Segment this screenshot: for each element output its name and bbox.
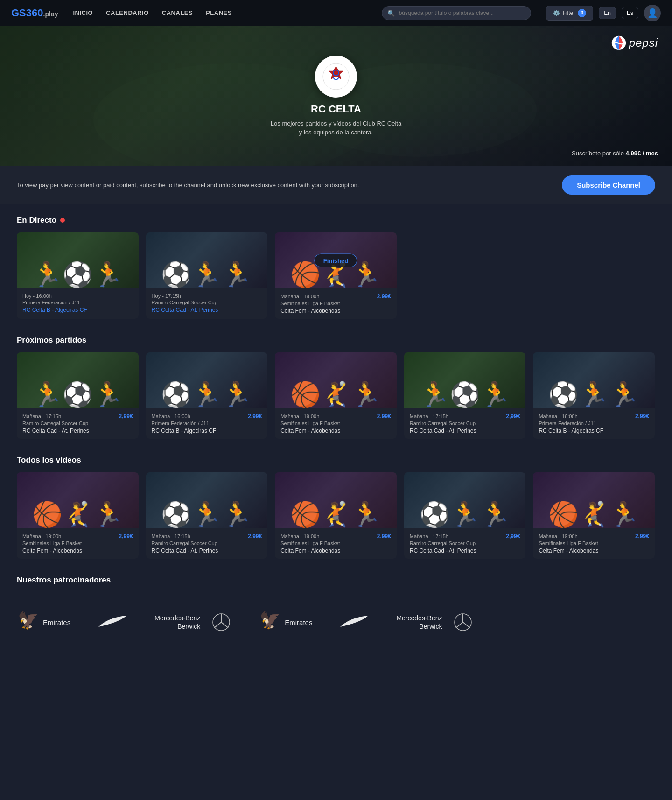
video-card-4-match[interactable]: RC Celta Cad - At. Perines — [410, 547, 520, 554]
pepsi-logo: pepsi — [611, 35, 658, 50]
live-card-1-time: Hoy - 16:00h — [22, 293, 133, 299]
nav-inicio[interactable]: INICIO — [73, 9, 93, 16]
proximos-card-4-match[interactable]: RC Celta Cad - At. Perines — [410, 428, 520, 434]
nav-canales[interactable]: CANALES — [162, 9, 193, 16]
proximos-card-2-match[interactable]: RC Celta B - Algeciras CF — [152, 428, 262, 434]
proximos-cards-row: 🏃⚽🏃 Mañana - 17:15h 2,99€ Ramiro Carrega… — [17, 352, 655, 439]
proximos-card-2[interactable]: ⚽🏃🏃 Mañana - 16:00h 2,99€ Primera Federa… — [146, 352, 268, 439]
proximos-card-2-info: Mañana - 16:00h 2,99€ Primera Federación… — [146, 408, 268, 439]
live-card-3-thumb: 🏀🤾🏃 Finished — [275, 232, 397, 288]
video-card-5[interactable]: 🏀🤾🏃 Mañana - 19:00h 2,99€ Semifinales Li… — [533, 472, 655, 559]
video-card-5-thumb: 🏀🤾🏃 — [533, 472, 655, 528]
sponsors-title-text: Nuestros patrocinadores — [17, 575, 111, 585]
video-card-2[interactable]: ⚽🏃🏃 Mañana - 17:15h 2,99€ Ramiro Carrega… — [146, 472, 268, 559]
todos-videos-cards-row: 🏀🤾🏃 Mañana - 19:00h 2,99€ Semifinales Li… — [17, 472, 655, 559]
lang-es-button[interactable]: Es — [622, 7, 638, 19]
proximos-card-1-match[interactable]: RC Celta Cad - At. Perines — [22, 428, 133, 434]
header: GS360.play INICIO CALENDARIO CANALES PLA… — [0, 0, 672, 26]
proximos-card-4-thumb: 🏃⚽🏃 — [404, 352, 526, 408]
sponsors-row: 🦅 Emirates Mercedes-Benz Berwick — [17, 592, 655, 652]
live-card-2-match[interactable]: RC Celta Cad - At. Perines — [152, 307, 262, 313]
video-card-2-time: Mañana - 17:15h 2,99€ — [152, 533, 262, 540]
todos-videos-title: Todos los vídeos — [17, 456, 655, 465]
proximos-card-4-price: 2,99€ — [506, 413, 520, 420]
proximos-card-3-match[interactable]: Celta Fem - Alcobendas — [280, 428, 391, 434]
logo[interactable]: GS360.play — [11, 7, 58, 19]
live-card-3[interactable]: 🏀🤾🏃 Finished Mañana - 19:00h 2,99€ Semif… — [275, 232, 397, 319]
subscribe-channel-button[interactable]: Subscribe Channel — [562, 175, 655, 195]
video-card-4-image: ⚽🏃🏃 — [404, 472, 526, 528]
sponsor-emirates-2: 🦅 Emirates — [259, 611, 312, 633]
proximos-card-5-match[interactable]: RC Celta B - Algeciras CF — [539, 428, 649, 434]
sponsor-emirates-1-text: Emirates — [43, 618, 70, 626]
main-content: En Directo 🏃⚽🏃 Hoy - 16:00h Primera Fede… — [0, 204, 672, 680]
video-card-2-image: ⚽🏃🏃 — [146, 472, 268, 528]
video-card-3[interactable]: 🏀🤾🏃 Mañana - 19:00h 2,99€ Semifinales Li… — [275, 472, 397, 559]
live-card-1-league: Primera Federación / J11 — [22, 300, 133, 305]
video-card-5-match[interactable]: Celta Fem - Alcobendas — [539, 547, 649, 554]
video-card-2-match[interactable]: RC Celta Cad - At. Perines — [152, 547, 262, 554]
proximos-card-3-thumb: 🏀🤾🏃 — [275, 352, 397, 408]
video-card-3-match[interactable]: Celta Fem - Alcobendas — [280, 547, 391, 554]
nav-planes[interactable]: PLANES — [206, 9, 232, 16]
sponsor-mercedes-2: Mercedes-Benz Berwick — [396, 613, 472, 632]
mercedes-icon-1 — [212, 613, 231, 632]
subscribe-banner-text: To view pay per view content or paid con… — [17, 182, 359, 189]
sponsor-nike-2 — [340, 614, 368, 631]
nav-calendario[interactable]: CALENDARIO — [106, 9, 149, 16]
club-crest — [322, 63, 350, 91]
lang-en-button[interactable]: En — [599, 7, 616, 19]
todos-videos-title-text: Todos los vídeos — [17, 456, 81, 465]
video-card-1-time: Mañana - 19:00h 2,99€ — [22, 533, 133, 540]
proximos-card-1[interactable]: 🏃⚽🏃 Mañana - 17:15h 2,99€ Ramiro Carrega… — [17, 352, 139, 439]
proximos-card-2-league: Primera Federación / J11 — [152, 421, 262, 426]
video-card-4[interactable]: ⚽🏃🏃 Mañana - 17:15h 2,99€ Ramiro Carrega… — [404, 472, 526, 559]
live-card-1-match[interactable]: RC Celta B - Algeciras CF — [22, 307, 133, 313]
video-card-5-price: 2,99€ — [635, 533, 649, 540]
nike-icon-2 — [340, 614, 368, 631]
video-card-1-thumb: 🏀🤾🏃 — [17, 472, 139, 528]
live-card-2-time: Hoy - 17:15h — [152, 293, 262, 299]
nav: INICIO CALENDARIO CANALES PLANES — [73, 9, 231, 16]
live-card-3-league: Semifinales Liga F Basket — [280, 301, 391, 306]
live-card-2-thumb: ⚽🏃🏃 — [146, 232, 268, 288]
proximos-card-1-time: Mañana - 17:15h 2,99€ — [22, 413, 133, 420]
video-card-5-league: Semifinales Liga F Basket — [539, 540, 649, 546]
video-card-1[interactable]: 🏀🤾🏃 Mañana - 19:00h 2,99€ Semifinales Li… — [17, 472, 139, 559]
proximos-card-3[interactable]: 🏀🤾🏃 Mañana - 19:00h 2,99€ Semifinales Li… — [275, 352, 397, 439]
user-avatar[interactable]: 👤 — [644, 5, 661, 21]
proximos-title-text: Próximos partidos — [17, 336, 86, 345]
proximos-card-2-time: Mañana - 16:00h 2,99€ — [152, 413, 262, 420]
proximos-card-3-time: Mañana - 19:00h 2,99€ — [280, 413, 391, 420]
nike-icon-1 — [98, 614, 126, 631]
emirates-icon-1: 🦅 — [17, 611, 39, 633]
proximos-card-4[interactable]: 🏃⚽🏃 Mañana - 17:15h 2,99€ Ramiro Carrega… — [404, 352, 526, 439]
sponsor-nike-1 — [98, 614, 126, 631]
video-card-3-time: Mañana - 19:00h 2,99€ — [280, 533, 391, 540]
video-card-1-league: Semifinales Liga F Basket — [22, 540, 133, 546]
live-card-2[interactable]: ⚽🏃🏃 Hoy - 17:15h Ramiro Carregal Soccer … — [146, 232, 268, 319]
video-card-1-price: 2,99€ — [119, 533, 133, 540]
club-logo — [315, 56, 357, 98]
video-card-2-info: Mañana - 17:15h 2,99€ Ramiro Carregal So… — [146, 528, 268, 559]
proximos-card-2-price: 2,99€ — [248, 413, 262, 420]
video-card-3-thumb: 🏀🤾🏃 — [275, 472, 397, 528]
filter-button[interactable]: ⚙️ Filter 0 — [546, 6, 594, 21]
video-card-5-image: 🏀🤾🏃 — [533, 472, 655, 528]
live-indicator — [60, 218, 65, 223]
proximos-section-title: Próximos partidos — [17, 336, 655, 345]
video-card-1-match[interactable]: Celta Fem - Alcobendas — [22, 547, 133, 554]
pepsi-icon — [611, 35, 626, 50]
live-card-3-price: 2,99€ — [377, 293, 391, 300]
proximos-card-5[interactable]: ⚽🏃🏃 Mañana - 16:00h 2,99€ Primera Federa… — [533, 352, 655, 439]
search-input[interactable] — [382, 6, 531, 20]
svg-text:🦅: 🦅 — [18, 611, 39, 630]
proximos-card-4-image: 🏃⚽🏃 — [404, 352, 526, 408]
sponsor-emirates-1: 🦅 Emirates — [17, 611, 70, 633]
live-card-1[interactable]: 🏃⚽🏃 Hoy - 16:00h Primera Federación / J1… — [17, 232, 139, 319]
live-card-3-match[interactable]: Celta Fem - Alcobendas — [280, 308, 391, 314]
live-card-2-league: Ramiro Carregal Soccer Cup — [152, 300, 262, 305]
video-card-5-time: Mañana - 19:00h 2,99€ — [539, 533, 649, 540]
logo-360: 360 — [26, 7, 43, 19]
proximos-card-5-time: Mañana - 16:00h 2,99€ — [539, 413, 649, 420]
